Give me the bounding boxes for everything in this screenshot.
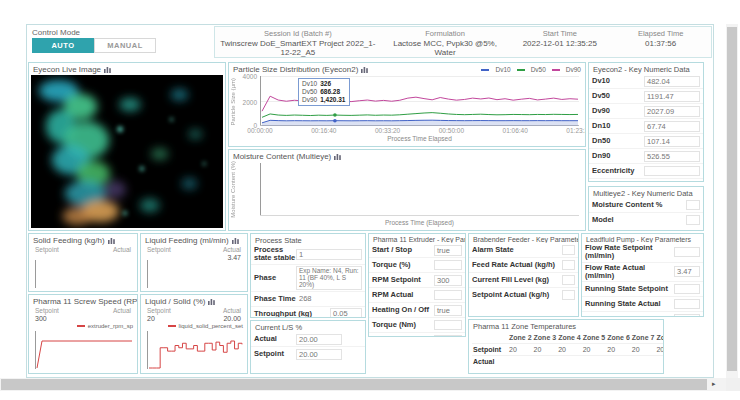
current-ls-setpoint-field[interactable]: 20.00 xyxy=(296,349,342,360)
psd-xtick: 00:00:00 xyxy=(247,127,272,134)
eccentricity-field[interactable] xyxy=(644,166,700,176)
running-setpoint-field[interactable] xyxy=(674,284,700,294)
flow-actual-field[interactable]: 3.47 xyxy=(674,266,700,277)
psd-xticks: 00:00:00 00:16:40 00:33:20 00:50:00 01:0… xyxy=(260,127,579,134)
feed-rate-actual-label: Feed Rate Actual (kg/h) xyxy=(472,261,555,269)
vertical-scrollbar[interactable] xyxy=(726,24,738,378)
chart-icon xyxy=(232,237,239,244)
screw-legend[interactable]: extruder_rpm_sp xyxy=(29,323,137,329)
auto-button[interactable]: AUTO xyxy=(32,38,94,53)
liquid-feeding-panel: Liquid Feeding (ml/min) Setpoint Actual3… xyxy=(140,233,248,292)
liquid-solid-plot[interactable] xyxy=(147,331,243,369)
rpm-calculated-field[interactable]: 4.34 xyxy=(674,314,700,318)
zone-col-header: Zone 4 xyxy=(557,332,582,344)
config-field[interactable] xyxy=(644,181,700,182)
feed-rate-actual-field[interactable] xyxy=(562,260,575,270)
dv50-legend-label: Dv50 xyxy=(531,66,546,73)
heating-label: Heating On / Off xyxy=(372,306,429,314)
rpm-actual-field[interactable] xyxy=(434,290,462,300)
rpm-setpoint-field[interactable]: 300 xyxy=(434,275,462,286)
zone-setpoint-cell[interactable]: 20 xyxy=(655,344,664,356)
flow-setpoint-field[interactable] xyxy=(674,247,700,257)
zone-actual-row-label: Actual xyxy=(472,356,508,367)
zone-setpoint-cell[interactable]: 20 xyxy=(557,344,582,356)
psd-ytick-2000: 2000 xyxy=(233,99,257,106)
process-stable-field[interactable]: 1 xyxy=(296,249,362,260)
moisture-xlabel: Process Time (Elapsed) xyxy=(260,219,579,226)
phase-time-field[interactable]: 268 xyxy=(296,293,362,304)
extruder-title: Pharma 11 Extruder - Key Parameters xyxy=(373,236,465,243)
scroll-right-arrow-icon[interactable]: ▸ xyxy=(712,380,716,388)
zone-setpoint-cell[interactable]: 20 xyxy=(582,344,607,356)
dv50-field[interactable]: 1191.47 xyxy=(644,91,700,102)
ls-setpoint-block: Setpoint20 xyxy=(147,307,171,323)
scrollbar-corner xyxy=(726,378,740,391)
zone-actual-cell xyxy=(606,356,631,367)
screw-legend-dash xyxy=(77,325,85,327)
zone-setpoint-cell[interactable]: 20 xyxy=(533,344,558,356)
liquid-solid-panel: Liquid / Solid (%) Setpoint20 Actual20.0… xyxy=(140,294,248,374)
moisture-plot[interactable] xyxy=(260,163,579,216)
torque-pct-field[interactable] xyxy=(434,260,462,270)
ls-legend-label: liquid_solid_percent_set xyxy=(179,323,243,329)
zone-corner xyxy=(472,332,508,344)
torque-nm-field[interactable] xyxy=(434,320,462,330)
dashboard-root: Control Mode AUTO MANUAL Session Id (Bat… xyxy=(0,0,740,400)
psd-legend[interactable]: Dv10 Dv50 Dv90 xyxy=(481,66,581,73)
formulation-block: Formulation Lactose MCC, Pvpk30 @5%, Wat… xyxy=(381,29,510,57)
moisture-content-field[interactable] xyxy=(686,200,700,210)
phase-field[interactable]: Exp Name: N4, Run: 11 (BF 40%, L S 20%) xyxy=(296,266,362,290)
rpm-actual-label: RPM Actual xyxy=(372,291,413,299)
dn90-field[interactable]: 526.55 xyxy=(644,151,700,162)
dn10-field[interactable]: 67.74 xyxy=(644,121,700,132)
start-stop-field[interactable]: true xyxy=(434,245,462,256)
manual-button[interactable]: MANUAL xyxy=(94,38,156,53)
horizontal-scrollbar-thumb[interactable] xyxy=(1,379,707,390)
eccentricity-label: Eccentricity xyxy=(592,167,635,175)
dn50-field[interactable]: 107.14 xyxy=(644,136,700,147)
dv10-legend-dash xyxy=(481,69,489,71)
session-id-label: Session Id (Batch #) xyxy=(219,29,377,38)
vertical-scrollbar-thumb[interactable] xyxy=(727,27,737,371)
liquid-feeding-plot[interactable] xyxy=(147,260,243,288)
start-stop-label: Start / Stop xyxy=(372,246,412,254)
torque-pct-label: Torque (%) xyxy=(372,261,411,269)
zone-setpoint-cell[interactable]: 20 xyxy=(631,344,656,356)
running-actual-field[interactable] xyxy=(674,299,700,309)
zone-col-header: Zone 5 xyxy=(582,332,607,344)
start-time-value: 2022-12-01 12:35:25 xyxy=(513,39,606,48)
phase-time-label: Phase Time xyxy=(254,295,296,303)
heating-field[interactable]: true xyxy=(434,305,462,316)
zone-actual-cell xyxy=(655,356,664,367)
throughput-kg-field[interactable]: 0.05 xyxy=(330,308,362,318)
liquid-feeding-title: Liquid Feeding (ml/min) xyxy=(145,236,229,245)
ls-legend[interactable]: liquid_solid_percent_set xyxy=(141,323,247,329)
zone-setpoint-cell[interactable]: 20 xyxy=(606,344,631,356)
current-ls-setpoint-label: Setpoint xyxy=(254,350,290,358)
dv90-field[interactable]: 2027.09 xyxy=(644,106,700,117)
psd-xtick: 01:23:20 xyxy=(566,127,586,134)
power-label: Power (kW) xyxy=(372,336,413,337)
leadfluid-panel: Leadfluid Pump - Key Parameters Flow Rat… xyxy=(581,233,704,317)
tooltip-dv10-label: Dv10 xyxy=(302,80,317,88)
current-ls-actual-field[interactable]: 20.00 xyxy=(296,334,342,345)
horizontal-scrollbar[interactable]: ▸ xyxy=(0,378,740,391)
model-field[interactable] xyxy=(686,215,700,225)
screw-speed-plot[interactable] xyxy=(35,331,133,369)
zone-col-header: Zone 6 xyxy=(606,332,631,344)
solid-feeding-plot[interactable] xyxy=(35,260,133,288)
screw-actual-block: Actual xyxy=(113,307,131,323)
moisture-ylabel-wrap: Moisture Content (%) xyxy=(229,163,236,215)
elapsed-time-label: Elapsed Time xyxy=(614,29,707,38)
dv90-legend-dash xyxy=(552,69,560,71)
psd-plot[interactable]: Dv10326 Dv50686.28 Dv901,420.31 xyxy=(260,76,579,126)
alarm-state-field[interactable] xyxy=(562,245,575,255)
zone-setpoint-row-label: Setpoint xyxy=(472,344,508,356)
fill-level-field[interactable] xyxy=(562,275,575,285)
dv10-field[interactable]: 482.04 xyxy=(644,76,700,87)
power-field[interactable] xyxy=(434,335,462,337)
setpoint-actual-field[interactable] xyxy=(562,290,575,300)
zone-setpoint-cell[interactable]: 20 xyxy=(508,344,533,356)
psd-xlabel: Process Time Elapsed xyxy=(260,135,579,142)
dv50-legend-dash xyxy=(517,69,525,71)
